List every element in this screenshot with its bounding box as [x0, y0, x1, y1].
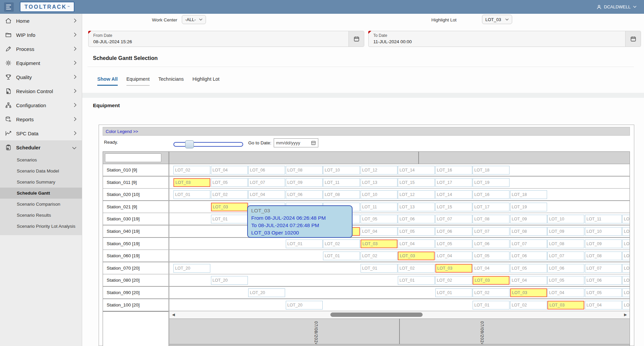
zoom-slider[interactable]	[173, 142, 243, 147]
lot-bar-lot_03[interactable]: LOT_03	[547, 301, 584, 309]
lot-bar-lot_06[interactable]: LOT_06	[585, 276, 622, 285]
sidebar-item-spc-data[interactable]: SPC Data	[0, 126, 82, 140]
lot-bar-lot_18[interactable]: LOT_18	[510, 190, 547, 199]
from-date-value[interactable]: 08-JUL-2024 15:26	[93, 39, 132, 44]
to-date-calendar-button[interactable]	[625, 31, 641, 47]
sidebar-subitem-scenario-priority-lot-analysis[interactable]: Scenario Priority Lot Analysis	[0, 221, 82, 232]
lot-bar-lot_05[interactable]: LOT_05	[211, 178, 248, 187]
user-menu[interactable]: DCALDWELL	[596, 0, 637, 14]
lot-bar-lot_05[interactable]: LOT_05	[473, 252, 509, 260]
sidebar-subitem-schedule-gantt[interactable]: Schedule Gantt	[0, 188, 82, 199]
sidebar-item-home[interactable]: Home	[0, 14, 82, 28]
from-date-field[interactable]: From Date 08-JUL-2024 15:26	[88, 31, 364, 47]
scrollbar-thumb[interactable]	[330, 313, 423, 317]
lot-bar-lot_06[interactable]: LOT_06	[622, 288, 630, 297]
sidebar-item-revision-control[interactable]: Revision Control	[0, 84, 82, 98]
tab-highlight-lot[interactable]: Highlight Lot	[193, 76, 220, 86]
lot-bar-lot_08[interactable]: LOT_08	[510, 227, 547, 236]
lot-bar-lot_14[interactable]: LOT_14	[398, 166, 435, 175]
lot-bar-lot_04[interactable]: LOT_04	[361, 227, 397, 236]
lot-bar-lot_03[interactable]: LOT_03	[361, 239, 397, 248]
lot-bar-lot_11[interactable]: LOT_11	[622, 227, 630, 236]
lot-bar-lot_05[interactable]: LOT_05	[585, 288, 622, 297]
lot-bar-lot_08[interactable]: LOT_08	[323, 190, 360, 199]
sidebar-subitem-scenario-summary[interactable]: Scenario Summary	[0, 177, 82, 188]
lot-bar-lot_05[interactable]: LOT_05	[435, 239, 472, 248]
lot-bar-lot_03[interactable]: LOT_03	[211, 203, 248, 211]
lot-bar-lot_16[interactable]: LOT_16	[435, 166, 472, 175]
gantt-horizontal-scrollbar[interactable]: ◀ ▶	[169, 311, 630, 319]
station-name-cell[interactable]: Station_090 [20]	[103, 287, 169, 299]
sidebar-subitem-scenario-data-model[interactable]: Scenario Data Model	[0, 165, 82, 177]
lot-bar-lot_02[interactable]: LOT_02	[211, 190, 248, 199]
lot-bar-lot_16[interactable]: LOT_16	[473, 190, 509, 199]
lot-bar-lot_07[interactable]: LOT_07	[510, 239, 547, 248]
lot-bar-lot_15[interactable]: LOT_15	[435, 203, 472, 211]
lot-bar-lot_03[interactable]: LOT_03	[510, 288, 547, 297]
lot-bar-lot_20[interactable]: LOT_20	[211, 276, 248, 285]
station-name-cell[interactable]: Station_010 [9]	[103, 164, 169, 177]
station-name-cell[interactable]: Station_070 [20]	[103, 262, 169, 275]
lot-bar-lot_09[interactable]: LOT_09	[510, 215, 547, 223]
tab-equipment[interactable]: Equipment	[126, 76, 150, 86]
work-center-select[interactable]: -ALL-	[182, 15, 206, 24]
lot-bar-lot_12[interactable]: LOT_12	[361, 166, 397, 175]
sidebar-subitem-scenarios[interactable]: Scenarios	[0, 154, 82, 165]
lot-bar-lot_13[interactable]: LOT_13	[361, 178, 397, 187]
lot-bar-lot_10[interactable]: LOT_10	[585, 227, 622, 236]
lot-bar-lot_04[interactable]: LOT_04	[435, 252, 472, 260]
lot-bar-lot_10[interactable]: LOT_10	[361, 190, 397, 199]
sidebar-item-process[interactable]: Process	[0, 42, 82, 56]
lot-bar-lot_06[interactable]: LOT_06	[547, 264, 584, 273]
sidebar-item-equipment[interactable]: Equipment	[0, 56, 82, 70]
goto-date-input[interactable]: mm/dd/yyyy	[274, 138, 318, 147]
lot-bar-lot_01[interactable]: LOT_01	[361, 264, 397, 273]
lot-bar-lot_10[interactable]: LOT_10	[323, 166, 360, 175]
lot-bar-lot_13[interactable]: LOT_13	[398, 203, 435, 211]
lot-bar-lot_06[interactable]: LOT_06	[510, 252, 547, 260]
sidebar-item-wip-info[interactable]: WIP Info	[0, 28, 82, 42]
lot-bar-lot_18[interactable]: LOT_18	[473, 166, 509, 175]
lot-bar-lot_06[interactable]: LOT_06	[248, 166, 285, 175]
lot-bar-lot_02[interactable]: LOT_02	[398, 264, 435, 273]
lot-bar-lot_02[interactable]: LOT_02	[361, 252, 397, 260]
lot-bar-lot_07[interactable]: LOT_07	[622, 276, 630, 285]
lot-bar-lot_09[interactable]: LOT_09	[547, 227, 584, 236]
lot-bar-lot_03[interactable]: LOT_03	[398, 252, 435, 260]
lot-bar-lot_12[interactable]: LOT_12	[398, 190, 435, 199]
lot-bar-lot_06[interactable]: LOT_06	[286, 190, 323, 199]
lot-bar-lot_09[interactable]: LOT_09	[286, 178, 323, 187]
color-legend-link[interactable]: Color Legend >>	[106, 129, 138, 134]
lot-bar-lot_07[interactable]: LOT_07	[435, 215, 472, 223]
station-name-cell[interactable]: Station_040 [19]	[103, 225, 169, 238]
lot-bar-lot_14[interactable]: LOT_14	[435, 190, 472, 199]
lot-bar-lot_01[interactable]: LOT_01	[398, 276, 435, 285]
lot-bar-lot_19[interactable]: LOT_19	[473, 178, 509, 187]
lot-bar-lot_06[interactable]: LOT_06	[435, 227, 472, 236]
lot-bar-lot_05[interactable]: LOT_05	[622, 301, 630, 309]
lot-bar-lot_08[interactable]: LOT_08	[286, 166, 323, 175]
lot-bar-lot_07[interactable]: LOT_07	[585, 264, 622, 273]
lot-bar-lot_03[interactable]: LOT_03	[173, 178, 210, 187]
lot-bar-lot_05[interactable]: LOT_05	[398, 227, 435, 236]
to-date-value[interactable]: 11-JUL-2024 00:00	[373, 39, 412, 44]
lot-bar-lot_08[interactable]: LOT_08	[547, 239, 584, 248]
to-date-field[interactable]: To Date 11-JUL-2024 00:00	[368, 31, 641, 47]
lot-bar-lot_05[interactable]: LOT_05	[547, 276, 584, 285]
station-name-cell[interactable]: Station_030 [19]	[103, 213, 169, 225]
station-name-cell[interactable]: Station_021 [9]	[103, 201, 169, 213]
lot-bar-lot_03[interactable]: LOT_03	[435, 264, 472, 273]
lot-bar-lot_07[interactable]: LOT_07	[547, 252, 584, 260]
lot-bar-lot_09[interactable]: LOT_09	[622, 252, 630, 260]
lot-bar-lot_10[interactable]: LOT_10	[547, 215, 584, 223]
lot-bar-lot_10[interactable]: LOT_10	[622, 239, 630, 248]
lot-bar-lot_08[interactable]: LOT_08	[622, 264, 630, 273]
lot-bar-lot_11[interactable]: LOT_11	[323, 178, 360, 187]
lot-bar-lot_15[interactable]: LOT_15	[398, 178, 435, 187]
lot-bar-lot_02[interactable]: LOT_02	[473, 288, 509, 297]
lot-bar-lot_01[interactable]: LOT_01	[473, 301, 509, 309]
scroll-left-arrow[interactable]: ◀	[172, 313, 175, 317]
lot-bar-lot_04[interactable]: LOT_04	[585, 301, 622, 309]
lot-bar-lot_20[interactable]: LOT_20	[173, 264, 210, 273]
station-name-cell[interactable]: Station_080 [20]	[103, 274, 169, 287]
